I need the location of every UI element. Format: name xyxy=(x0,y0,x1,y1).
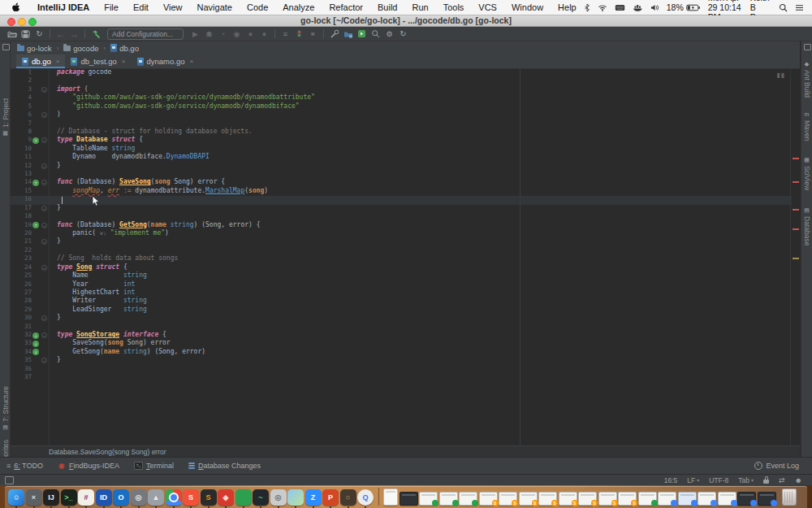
menu-item-help[interactable]: Help xyxy=(551,2,584,12)
code-line-26[interactable]: Year int xyxy=(46,280,800,289)
dock-outlook-icon[interactable]: O xyxy=(113,489,129,506)
readonly-lock-icon[interactable] xyxy=(763,480,769,484)
dock-quicktime-icon[interactable]: Q xyxy=(357,489,374,506)
code-line-6[interactable]: ) xyxy=(46,111,800,119)
menu-item-code[interactable]: Code xyxy=(240,2,275,12)
code-line-12[interactable]: } xyxy=(46,162,800,170)
code-line-31[interactable] xyxy=(46,323,800,331)
zoom-window-button[interactable] xyxy=(28,18,37,26)
search-icon[interactable] xyxy=(369,28,382,40)
battery-widget[interactable]: 18% xyxy=(667,2,701,12)
implements-gutter-icon[interactable]: ↑ xyxy=(32,180,39,186)
breadcrumb-item-db.go[interactable]: db.go xyxy=(109,44,140,53)
dock-chrome-icon[interactable] xyxy=(166,489,182,506)
code-line-15[interactable]: songMap, err := dynamodbattribute.Marsha… xyxy=(46,187,800,195)
code-line-36[interactable] xyxy=(46,365,800,373)
menu-item-run[interactable]: Run xyxy=(404,2,435,12)
dock-rocket-app-icon[interactable]: ▲ xyxy=(148,489,164,506)
tool-window-corner-icon[interactable] xyxy=(2,44,10,50)
menu-item-edit[interactable]: Edit xyxy=(126,2,156,12)
run-icon[interactable]: ▶ xyxy=(188,28,202,40)
dock-minimized-browser-dark-window-icon[interactable] xyxy=(758,492,776,506)
code-line-18[interactable] xyxy=(46,212,800,220)
code-line-17[interactable]: } xyxy=(46,204,800,212)
dock-minimized-browser-dark-window-icon[interactable] xyxy=(737,492,756,506)
error-stripe-scrollbar[interactable] xyxy=(790,69,800,445)
code-line-32[interactable]: type SongStorage interface { xyxy=(46,331,800,339)
back-icon[interactable]: ← xyxy=(54,28,67,40)
code-line-23[interactable]: // Song holds data about songs xyxy=(46,254,800,263)
dock-minimized-sublime-window-icon[interactable]: S xyxy=(598,492,617,506)
tab-dynamo.go[interactable]: dynamo.go× xyxy=(132,54,200,68)
runconsole-icon[interactable] xyxy=(355,28,369,40)
menu-app-name[interactable]: IntelliJ IDEA xyxy=(30,2,97,12)
code-line-11[interactable]: Dynamo dynamodbiface.DynamoDBAPI xyxy=(46,153,800,161)
dock-minimized-chrome-window-icon[interactable] xyxy=(698,492,716,506)
stop-icon[interactable]: ● xyxy=(257,28,271,40)
code-line-34[interactable]: GetSong(name string) (Song, error) xyxy=(46,348,800,356)
profiler-icon[interactable]: ◉ xyxy=(230,28,244,40)
menu-item-window[interactable]: Window xyxy=(504,2,551,12)
dock-minimized-document-icon[interactable] xyxy=(383,488,398,506)
menu-item-refactor[interactable]: Refactor xyxy=(322,2,370,12)
code-line-29[interactable]: LeadSinger string xyxy=(46,306,800,314)
code-line-27[interactable]: HighestChart int xyxy=(46,289,800,297)
encoding-widget[interactable]: UTF-8 xyxy=(709,476,728,484)
rerun-icon[interactable]: ● xyxy=(244,28,257,40)
dock-sublime-text-icon[interactable]: S xyxy=(201,489,217,506)
code-line-7[interactable] xyxy=(46,119,800,128)
indent-widget[interactable]: Tab▾ xyxy=(738,476,754,484)
dock-minimized-excel-window-icon[interactable] xyxy=(419,492,438,506)
dock-minimized-excel-window-icon[interactable] xyxy=(439,492,458,506)
tab-db_test.go[interactable]: db_test.go× xyxy=(65,54,131,68)
tool-strip-button-maven[interactable]: mMaven xyxy=(801,111,812,141)
menu-item-analyze[interactable]: Analyze xyxy=(275,2,322,12)
menu-item-vcs[interactable]: VCS xyxy=(471,2,504,12)
event-log-button[interactable]: Event Log xyxy=(754,462,812,470)
dock-camera-lens-app-icon[interactable]: ◎ xyxy=(131,489,147,506)
toolwindow-toggle-icon[interactable] xyxy=(5,476,14,484)
tab-close-icon[interactable]: × xyxy=(122,58,126,65)
wrench-icon[interactable] xyxy=(327,28,341,40)
hammer-icon[interactable] xyxy=(89,28,102,40)
debug-icon[interactable] xyxy=(202,28,216,40)
implemented-gutter-icon[interactable]: ↓ xyxy=(32,341,39,347)
code-line-21[interactable]: } xyxy=(46,237,800,245)
dock-minimized-code-window-icon[interactable] xyxy=(678,492,697,506)
traffic-icon[interactable] xyxy=(292,28,306,40)
code-line-33[interactable]: SaveSong(song Song) error xyxy=(46,339,800,347)
toolwindow-button-database-changes[interactable]: Database Changes xyxy=(188,462,261,470)
toolfolder-icon[interactable] xyxy=(341,28,355,40)
softstop-icon[interactable]: ■ xyxy=(306,28,320,40)
code-line-14[interactable]: func (Database) SaveSong(song Song) erro… xyxy=(46,178,800,186)
dock-minimized-sublime-window-icon[interactable]: S xyxy=(479,492,498,506)
code-line-25[interactable]: Name string xyxy=(46,271,800,280)
tool-strip-button-1-project[interactable]: 1: Project▩ xyxy=(0,98,11,137)
keyboard-icon[interactable] xyxy=(615,4,625,11)
code-line-37[interactable] xyxy=(46,373,800,381)
settingsave-icon[interactable]: ⚙ xyxy=(382,28,396,40)
dock-keychain-access-icon[interactable]: ◎ xyxy=(270,489,287,506)
dock-zoom-icon[interactable]: Z xyxy=(305,489,322,506)
code-line-19[interactable]: func (Database) GetSong(name string) (So… xyxy=(46,221,800,229)
open-icon[interactable] xyxy=(5,28,19,40)
dock-red-app-icon[interactable]: ◆ xyxy=(218,489,234,506)
apple-menu-icon[interactable] xyxy=(11,2,20,13)
menu-item-build[interactable]: Build xyxy=(370,2,404,12)
code-line-2[interactable] xyxy=(46,76,800,85)
run-configuration-selector[interactable]: Add Configuration... xyxy=(107,28,184,40)
dock-minimized-sublime-window-icon[interactable]: S xyxy=(578,492,597,506)
code-line-30[interactable]: } xyxy=(46,314,800,322)
forward-icon[interactable]: → xyxy=(67,28,81,40)
notification-center-icon[interactable] xyxy=(795,4,804,11)
dock-minimized-sublime-window-icon[interactable]: S xyxy=(618,492,637,506)
breadcrumb-item-gocode[interactable]: gocode xyxy=(62,44,100,53)
dock-minimized-terminal-window-icon[interactable] xyxy=(400,492,418,506)
dock-telescope-app-icon[interactable]: ○ xyxy=(340,489,356,506)
code-line-5[interactable]: "github.com/aws/aws-sdk-go/service/dynam… xyxy=(46,102,800,111)
toolwindow-button-findbugs-idea[interactable]: FindBugs-IDEA xyxy=(58,462,119,470)
dock-rsa-securid-icon[interactable]: ID xyxy=(96,489,112,506)
dock-powerpoint-icon[interactable]: P xyxy=(322,489,339,506)
dock-green-app-icon[interactable] xyxy=(235,489,252,506)
dock-minimized-excel-window-icon[interactable] xyxy=(638,492,657,506)
